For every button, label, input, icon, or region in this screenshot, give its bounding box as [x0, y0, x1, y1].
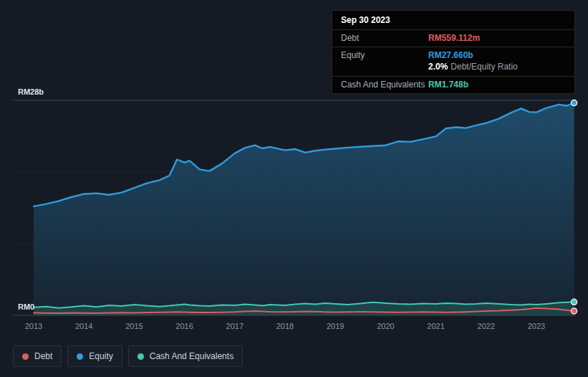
y-axis-label-zero: RM0: [18, 302, 34, 311]
x-axis-label: 2015: [118, 322, 150, 330]
legend-label-cash: Cash And Equivalents: [150, 351, 233, 361]
cash-series-swatch-icon: [138, 353, 144, 360]
cash-end-marker-icon: [572, 299, 577, 305]
x-axis-label: 2022: [471, 322, 502, 330]
equity-end-marker-icon: [572, 100, 577, 106]
tooltip-cash-label: Cash And Equivalents: [341, 80, 428, 90]
x-axis-label: 2016: [169, 322, 201, 330]
tooltip-ratio-value: 2.0%: [428, 62, 448, 72]
x-axis-label: 2021: [420, 322, 452, 330]
legend-item-equity[interactable]: Equity: [67, 345, 122, 367]
legend-item-cash[interactable]: Cash And Equivalents: [128, 345, 243, 367]
tooltip-debt-label: Debt: [341, 33, 428, 44]
legend-item-debt[interactable]: Debt: [13, 345, 62, 367]
tooltip-row-equity: Equity RM27.660b: [332, 47, 574, 62]
x-axis: 2013201420152016201720182019202020212022…: [0, 322, 588, 333]
x-axis-label: 2023: [521, 322, 552, 330]
x-axis-label: 2014: [68, 322, 100, 330]
debt-equity-chart-panel: RM28b RM0 201320142015201620172018201920…: [0, 0, 588, 377]
x-axis-label: 2013: [18, 322, 49, 330]
x-axis-label: 2017: [219, 322, 251, 330]
tooltip-date: Sep 30 2023: [332, 11, 574, 29]
tooltip-row-ratio: 2.0% Debt/Equity Ratio: [332, 62, 574, 76]
x-axis-label: 2019: [319, 322, 351, 330]
legend-label-debt: Debt: [34, 351, 52, 361]
tooltip: Sep 30 2023 Debt RM559.112m Equity RM27.…: [332, 10, 575, 94]
equity-area: [34, 103, 574, 315]
y-axis-label-max: RM28b: [18, 87, 44, 96]
tooltip-equity-value: RM27.660b: [428, 50, 473, 61]
legend: Debt Equity Cash And Equivalents: [13, 345, 243, 367]
tooltip-debt-value: RM559.112m: [428, 33, 480, 44]
tooltip-ratio-label: Debt/Equity Ratio: [450, 62, 517, 72]
debt-end-marker-icon: [572, 308, 577, 314]
tooltip-row-cash: Cash And Equivalents RM1.748b: [332, 76, 574, 93]
x-axis-label: 2020: [370, 322, 401, 330]
tooltip-equity-label: Equity: [341, 50, 428, 61]
equity-series-swatch-icon: [77, 353, 83, 360]
debt-series-swatch-icon: [22, 353, 29, 360]
legend-label-equity: Equity: [89, 351, 112, 361]
x-axis-label: 2018: [269, 322, 301, 330]
tooltip-cash-value: RM1.748b: [428, 80, 468, 90]
tooltip-row-debt: Debt RM559.112m: [332, 29, 574, 47]
